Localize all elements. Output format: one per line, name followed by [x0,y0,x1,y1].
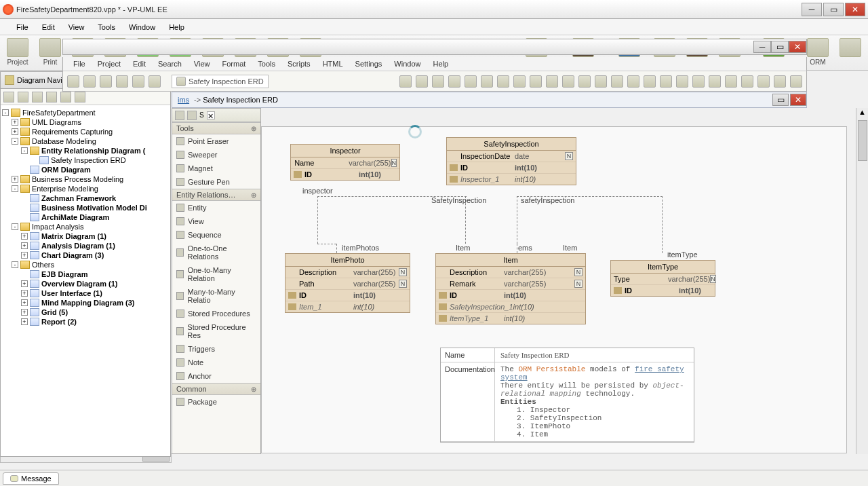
document-tab[interactable]: Safety Inspection ERD [172,75,269,88]
tree-item[interactable]: +UML Diagrams [2,117,169,127]
strip-icon[interactable] [611,75,623,88]
strip-icon[interactable] [116,75,128,88]
strip-icon[interactable] [465,75,477,88]
entity-column[interactable]: ItemType_1int(10) [436,313,585,324]
palette-item[interactable]: Gesture Pen [172,175,260,189]
close-button[interactable]: ✕ [845,3,865,16]
erd-canvas[interactable]: Inspector Namevarchar(255)NIDint(10) Saf… [261,126,847,453]
tree-item[interactable]: +Chart Diagram (3) [2,250,169,260]
omenu-edit[interactable]: Edit [127,60,152,68]
entity-column[interactable]: Typevarchar(255)N [611,274,715,285]
entity-inspector[interactable]: Inspector Namevarchar(255)NIDint(10) [290,144,400,181]
entity-column[interactable]: Remarkvarchar(255)N [436,278,585,290]
nav-btn[interactable] [18,92,28,102]
menu-help[interactable]: Help [162,23,191,31]
tree-item[interactable]: +Matrix Diagram (1) [2,231,169,241]
nav-btn[interactable] [75,92,85,102]
strip-icon[interactable] [692,75,705,88]
tree-item[interactable]: -Entity Relationship Diagram ( [2,146,169,155]
vertical-scrollbar[interactable]: ▲ [856,108,868,454]
tree-item[interactable]: -FireSafetyDepartment [2,108,169,117]
strip-icon[interactable] [100,75,112,88]
strip-icon[interactable] [432,75,444,88]
minimize-button[interactable]: ─ [802,3,822,16]
omenu-file[interactable]: File [67,60,92,68]
strip-icon[interactable] [132,75,144,88]
entity-itemtype[interactable]: ItemType Typevarchar(255)NIDint(10) [610,260,715,297]
cursor-icon[interactable] [175,111,184,120]
strip-icon[interactable] [660,75,672,88]
strip-icon[interactable] [578,75,591,88]
palette-section[interactable]: Entity Relations…⊕ [172,189,260,201]
crumb-root[interactable]: ims [178,96,189,104]
tool-print[interactable]: Print [37,38,64,66]
omenu-view[interactable]: View [188,60,216,68]
maximize-button[interactable]: ▭ [823,3,844,16]
tree-item[interactable]: ArchiMate Diagram [2,212,169,222]
omenu-search[interactable]: Search [152,60,188,68]
entity-itemphoto[interactable]: ItemPhoto Descriptionvarchar(255)NPathva… [285,253,410,313]
palette-item[interactable]: View [172,214,260,228]
tree-item[interactable]: +Requirements Capturing [2,127,169,136]
omenu-project[interactable]: Project [92,60,127,68]
palette-item[interactable]: Point Eraser [172,134,260,148]
palette-item[interactable]: Triggers [172,342,260,356]
palette-item[interactable]: Package [172,395,260,409]
strip-icon[interactable] [757,75,770,88]
omenu-window[interactable]: Window [388,60,427,68]
tree-item[interactable]: -Enterprise Modeling [2,184,169,193]
entity-column[interactable]: Descriptionvarchar(255)N [285,267,410,278]
canvas-close[interactable]: ✕ [790,94,806,106]
tree-item[interactable]: Safety Inspection ERD [2,155,169,165]
entity-column[interactable]: IDint(10) [436,290,585,301]
omenu-scripts[interactable]: Scripts [281,60,317,68]
tree-item[interactable]: ORM Diagram [2,165,169,174]
palette-section[interactable]: Common⊕ [172,383,260,395]
documentation-panel[interactable]: Name Safety Inspection ERD Documentation… [440,348,694,443]
strip-icon[interactable] [725,75,737,88]
tree-item[interactable]: +Report (2) [2,317,169,326]
strip-icon[interactable] [497,75,509,88]
omenu-help[interactable]: Help [427,60,454,68]
strip-icon[interactable] [83,75,96,88]
strip-icon[interactable] [399,75,412,88]
strip-icon[interactable] [790,75,802,88]
entity-safetyinspection[interactable]: SafetyInspection InspectionDatedateNIDin… [446,137,576,185]
tree-item[interactable]: EJB Diagram [2,269,169,279]
strip-icon[interactable] [513,75,526,88]
tree-item[interactable]: +Analysis Diagram (1) [2,241,169,250]
entity-column[interactable]: Namevarchar(255)N [291,157,399,169]
overlay-minimize[interactable]: ─ [753,41,771,53]
strip-icon[interactable] [149,75,161,88]
entity-column[interactable]: IDint(10) [611,285,715,296]
scrollbar-thumb[interactable] [858,120,867,161]
palette-item[interactable]: Anchor [172,369,260,383]
tree-item[interactable]: Business Motivation Model Di [2,203,169,212]
entity-column[interactable]: IDint(10) [291,169,399,180]
entity-column[interactable]: Descriptionvarchar(255)N [436,267,585,278]
palette-section[interactable]: Tools⊕ [172,122,260,134]
menu-window[interactable]: Window [122,23,162,31]
strip-icon[interactable] [546,75,558,88]
omenu-tools[interactable]: Tools [252,60,281,68]
tool-orm[interactable]: ORM [804,38,831,66]
entity-column[interactable]: IDint(10) [447,162,576,174]
strip-icon[interactable] [627,75,639,88]
nav-btn[interactable] [3,92,14,102]
entity-column[interactable]: Item_1int(10) [285,301,410,312]
strip-icon[interactable] [644,75,656,88]
strip-icon[interactable] [67,75,79,88]
navigator-tree[interactable]: -FireSafetyDepartment+UML Diagrams+Requi… [1,105,170,456]
palette-item[interactable]: Stored Procedure Res [172,320,260,342]
tree-item[interactable]: -Impact Analysis [2,222,169,231]
palette-item[interactable]: One-to-Many Relation [172,263,260,285]
palette-item[interactable]: Many-to-Many Relatio [172,285,260,307]
palette-item[interactable]: Sequence [172,228,260,242]
overlay-maximize[interactable]: ▭ [771,41,789,53]
tree-item[interactable]: -Others [2,260,169,269]
menu-file[interactable]: File [9,23,35,31]
tree-item[interactable]: +Overview Diagram (1) [2,279,169,288]
omenu-format[interactable]: Format [216,60,252,68]
tool-project[interactable]: Project [4,38,31,66]
strip-icon[interactable] [481,75,493,88]
